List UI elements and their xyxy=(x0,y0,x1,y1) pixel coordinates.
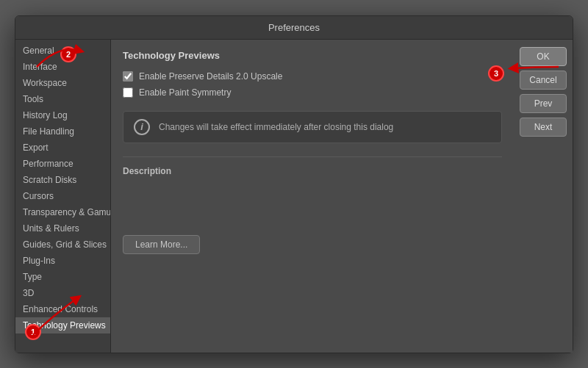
dialog-title-bar: Preferences xyxy=(15,16,573,40)
section-title: Technology Previews xyxy=(123,50,502,61)
info-icon: i xyxy=(134,119,150,135)
main-content: Technology Previews Enable Preserve Deta… xyxy=(111,40,514,353)
sidebar-item-cursors[interactable]: Cursors xyxy=(15,188,110,204)
sidebar-item-guides-grid--slices[interactable]: Guides, Grid & Slices xyxy=(15,237,110,253)
checkbox-row-1: Enable Preserve Details 2.0 Upscale xyxy=(123,71,502,82)
preferences-dialog: Preferences GeneralInterfaceWorkspaceToo… xyxy=(15,15,573,353)
sidebar-item-type[interactable]: Type xyxy=(15,269,110,285)
info-text: Changes will take effect immediately aft… xyxy=(159,122,393,132)
sidebar-item-scratch-disks[interactable]: Scratch Disks xyxy=(15,172,110,188)
prev-button[interactable]: Prev xyxy=(520,94,567,113)
sidebar-item-tools[interactable]: Tools xyxy=(15,91,110,107)
learn-more-button[interactable]: Learn More... xyxy=(123,235,200,254)
dialog-wrapper: Preferences GeneralInterfaceWorkspaceToo… xyxy=(15,15,573,353)
button-panel: OK Cancel Prev Next xyxy=(514,40,573,353)
dialog-body: GeneralInterfaceWorkspaceToolsHistory Lo… xyxy=(15,40,573,353)
checkbox-row-2: Enable Paint Symmetry xyxy=(123,87,502,98)
sidebar-item-units--rulers[interactable]: Units & Rulers xyxy=(15,220,110,237)
sidebar-item-performance[interactable]: Performance xyxy=(15,156,110,172)
sidebar-item-enhanced-controls[interactable]: Enhanced Controls xyxy=(15,301,110,317)
ok-button[interactable]: OK xyxy=(520,47,567,66)
checkbox-paint-symmetry[interactable] xyxy=(123,87,133,98)
sidebar-item-plug-ins[interactable]: Plug-Ins xyxy=(15,253,110,269)
info-box: i Changes will take effect immediately a… xyxy=(123,111,502,143)
checkbox2-label: Enable Paint Symmetry xyxy=(139,87,231,98)
next-button[interactable]: Next xyxy=(520,118,567,137)
sidebar-item-general[interactable]: General xyxy=(15,43,110,59)
sidebar-item-technology-previews[interactable]: Technology Previews xyxy=(15,317,110,333)
cancel-button[interactable]: Cancel xyxy=(520,71,567,90)
sidebar-item-file-handling[interactable]: File Handling xyxy=(15,123,110,140)
sidebar: GeneralInterfaceWorkspaceToolsHistory Lo… xyxy=(15,40,111,353)
sidebar-item-export[interactable]: Export xyxy=(15,140,110,156)
sidebar-item-workspace[interactable]: Workspace xyxy=(15,75,110,91)
dialog-title: Preferences xyxy=(268,22,320,33)
separator xyxy=(123,156,502,157)
sidebar-item-interface[interactable]: Interface xyxy=(15,59,110,75)
checkbox-preserve-details[interactable] xyxy=(123,71,133,82)
sidebar-item-history-log[interactable]: History Log xyxy=(15,107,110,123)
description-label: Description xyxy=(123,166,502,176)
sidebar-item-transparency--gamut[interactable]: Transparency & Gamut xyxy=(15,204,110,220)
checkbox1-label: Enable Preserve Details 2.0 Upscale xyxy=(139,71,282,82)
sidebar-item-3d[interactable]: 3D xyxy=(15,285,110,301)
